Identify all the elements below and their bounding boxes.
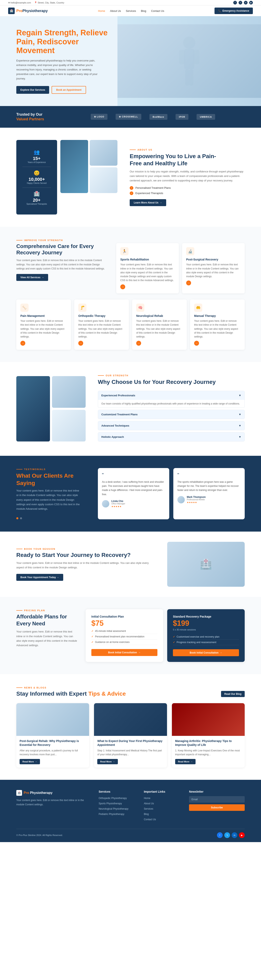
accordion-item-4[interactable]: Holistic Approach ▼ Our holistic approac…: [98, 432, 245, 441]
accordion-item-2[interactable]: Customized Treatment Plans ▼ We create p…: [98, 410, 245, 419]
blog-excerpt-3: 1. Keep Moving with Low-Impact Exercises…: [175, 749, 241, 757]
newsletter-form: Subscribe: [189, 796, 245, 811]
footer-service-3[interactable]: Neurological Physiotherapy: [99, 807, 128, 810]
footer-description: Your content goes here. Edit or remove t…: [16, 798, 90, 807]
read-more-2-button[interactable]: Read More →: [97, 759, 118, 764]
book-tag: Book Your Session: [16, 548, 155, 550]
service-card-5: 🧠 Neurological Rehab Your content goes h…: [132, 299, 187, 350]
blog-image-1: [16, 703, 89, 736]
explore-services-button[interactable]: Explore Our Services: [16, 86, 49, 94]
read-all-blog-button[interactable]: Read Our Blog: [221, 691, 245, 697]
youtube-icon[interactable]: ▶: [249, 1, 253, 5]
dot-2[interactable]: [20, 517, 22, 519]
check-icon-2: ✓: [130, 191, 133, 195]
book-plan-1-button[interactable]: Book Initial Consultation →: [91, 649, 157, 656]
service-card-3: 🦴 Pain Management Your content goes here…: [16, 299, 71, 350]
hero-content: Regain Strength, Relieve Pain, Rediscove…: [16, 29, 114, 94]
service-arrow-5[interactable]: →: [136, 341, 141, 346]
nav-about[interactable]: About Us: [110, 10, 121, 13]
pricing-feature-2-1: Customised exercise and recovery plan: [173, 634, 239, 640]
hero-section: Regain Strength, Relieve Pain, Rediscove…: [0, 16, 261, 106]
footer-important-links: Home About Us Services Blog Contact Us: [144, 796, 181, 821]
footer-link-services[interactable]: Services: [144, 807, 153, 810]
hero-heading: Regain Strength, Relieve Pain, Rediscove…: [16, 29, 114, 55]
blog-card-3: Managing Arthritis: Physiotherapy Tips t…: [172, 703, 245, 768]
footer-newsletter-title: Newsletter: [189, 790, 245, 793]
pricing-cards: Initial Consultation Plan $75 45-minute …: [85, 609, 245, 662]
nav-contact[interactable]: Contact Us: [151, 10, 164, 13]
accordion-header-4[interactable]: Holistic Approach ▼: [98, 433, 245, 441]
dot-1[interactable]: [16, 517, 18, 519]
twitter-icon[interactable]: 𝕏: [239, 1, 242, 5]
nav-services[interactable]: Services: [126, 10, 136, 13]
emergency-button[interactable]: 📞 Emergency Assistance: [215, 8, 253, 14]
book-appointment-today-button[interactable]: Book Your Appointment Today →: [16, 574, 63, 581]
pricing-feature-1-2: Personalised treatment plan recommendati…: [91, 634, 157, 640]
arrow-icon: →: [190, 760, 193, 763]
therapists-icon: 🏥: [22, 191, 51, 197]
accordion-item-1[interactable]: Experienced Professionals ▼ Our team con…: [98, 391, 245, 408]
footer-service-1[interactable]: Orthopedic Physiotherapy: [99, 797, 127, 800]
testimonial-text-1: As a desk worker, I was suffering from n…: [102, 480, 165, 496]
service-icon-4: 🦵: [78, 304, 87, 312]
footer-link-home[interactable]: Home: [144, 797, 150, 800]
view-all-services-button[interactable]: View All Services →: [16, 274, 48, 281]
service-arrow-3[interactable]: →: [21, 341, 25, 346]
accordion-header-2[interactable]: Customized Treatment Plans ▼: [98, 410, 245, 419]
why-image-1: [52, 376, 85, 408]
footer-twitter-icon[interactable]: 𝕏: [224, 832, 230, 838]
service-arrow-6[interactable]: →: [194, 341, 199, 346]
author-name-2: Mark Thompson: [187, 496, 206, 498]
read-more-1-button[interactable]: Read More →: [20, 759, 40, 764]
logo[interactable]: 🏥 ProPhysiotherapy: [8, 8, 48, 14]
stat-experience-number: 15+: [22, 156, 51, 161]
testimonials-layout: Testimonials What Our Clients Are Saying…: [16, 468, 245, 519]
book-description: Your content goes here. Edit or remove t…: [16, 561, 155, 570]
facebook-icon[interactable]: f: [233, 1, 237, 5]
footer-link-blog[interactable]: Blog: [144, 813, 149, 816]
subscribe-button[interactable]: Subscribe: [189, 804, 245, 811]
footer-links-col: Important Links Home About Us Services B…: [144, 790, 181, 823]
book-heading: Ready to Start Your Journey to Recovery?: [16, 552, 155, 558]
footer-link-about[interactable]: About Us: [144, 802, 154, 805]
pricing-feature-2-2: Progress tracking and reassessment: [173, 640, 239, 645]
accordion-header-1[interactable]: Experienced Professionals ▼: [98, 391, 245, 400]
footer-service-2[interactable]: Sports Physiotherapy: [99, 802, 122, 805]
blog-title-2: What to Expect During Your First Physiot…: [97, 739, 163, 747]
services-top-row: Comprehensive Care for Every Recovery Jo…: [16, 243, 245, 293]
blog-excerpt-2: Step 1: Initial Assessment and Medical H…: [97, 749, 163, 757]
author-avatar-2: [177, 496, 185, 503]
partner-2: ⊕ CROSSWELL: [115, 114, 141, 120]
svg-rect-5: [189, 69, 193, 86]
footer-youtube-icon[interactable]: ▶: [239, 832, 245, 838]
read-more-3-button[interactable]: Read More →: [175, 759, 196, 764]
partners-title: Trusted by Our Valued Partners: [16, 112, 53, 122]
hero-image-placeholder: [117, 24, 261, 98]
accordion-header-3[interactable]: Advanced Techniques ▼: [98, 421, 245, 430]
footer-logo-icon: 🏥: [16, 790, 22, 796]
blog-excerpt-1: After any surgical procedure, a patient'…: [20, 749, 86, 757]
learn-more-button[interactable]: Learn More About Us →: [130, 199, 166, 206]
service-arrow-4[interactable]: →: [78, 341, 83, 346]
about-image-2: [90, 140, 117, 166]
footer-linkedin-icon[interactable]: in: [232, 832, 237, 838]
accordion-item-3[interactable]: Advanced Techniques ▼ We use the latest …: [98, 421, 245, 430]
service-arrow-1[interactable]: →: [120, 285, 125, 289]
footer-logo: 🏥 Pro Physiotherapy: [16, 790, 90, 796]
book-plan-2-button[interactable]: Book Initial Consultation →: [173, 649, 239, 656]
footer-logo-text: Pro Physiotherapy: [24, 791, 52, 795]
footer-service-4[interactable]: Pediatric Physiotherapy: [99, 813, 124, 816]
nav-home[interactable]: Home: [98, 10, 105, 13]
footer-facebook-icon[interactable]: f: [217, 832, 223, 838]
service-card-6: 🤲 Manual Therapy Your content goes here.…: [190, 299, 245, 350]
linkedin-icon[interactable]: in: [244, 1, 248, 5]
footer-services-col: Services Orthopedic Physiotherapy Sports…: [99, 790, 136, 823]
testimonials-cards: " As a desk worker, I was suffering from…: [98, 468, 245, 519]
nav-blog[interactable]: Blog: [141, 10, 146, 13]
blog-image-2: [94, 703, 167, 736]
partner-3: BodWave: [149, 114, 168, 120]
book-appointment-button[interactable]: Book an Appointment: [52, 86, 86, 94]
footer-link-contact[interactable]: Contact Us: [144, 818, 156, 821]
service-arrow-2[interactable]: →: [186, 280, 191, 285]
newsletter-email-input[interactable]: [189, 796, 245, 803]
